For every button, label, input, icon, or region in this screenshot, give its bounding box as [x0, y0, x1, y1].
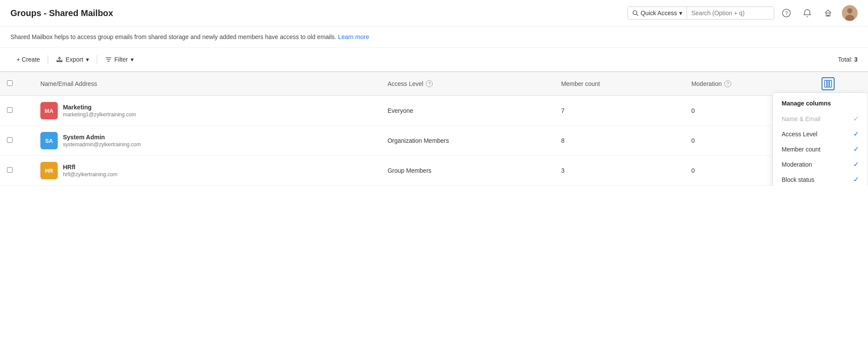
group-email-2: hrfl@zylkertraining.com	[63, 171, 118, 178]
manage-columns-dropdown: Manage columns Name & Email ✓ Access Lev…	[773, 92, 868, 186]
access-level-cell-0: Everyone	[381, 96, 554, 126]
chevron-down-icon: ▾	[679, 10, 682, 16]
table-row[interactable]: SA System Admin systemadmin@zylkertraini…	[0, 126, 868, 156]
avatar[interactable]	[842, 5, 858, 21]
member-count-cell-0: 7	[554, 96, 684, 126]
name-email-header: Name/Email Address	[33, 72, 381, 96]
group-name-2: HRfl	[63, 164, 118, 171]
member-count-header-label: Member count	[561, 80, 600, 87]
filter-label: Filter	[115, 56, 128, 63]
name-cell-wrapper: SA System Admin systemadmin@zylkertraini…	[40, 132, 374, 149]
row-checkbox-2[interactable]	[7, 167, 13, 173]
export-chevron-icon: ▾	[86, 56, 89, 63]
home-button[interactable]	[821, 6, 835, 20]
manage-columns-icon	[824, 80, 832, 88]
row-checkbox-1[interactable]	[7, 137, 13, 143]
row-avatar-1: SA	[40, 132, 58, 149]
quick-access-button[interactable]: Quick Access ▾	[628, 7, 687, 19]
manage-columns-button[interactable]	[822, 77, 835, 90]
dropdown-item-check-2: ✓	[853, 145, 859, 153]
name-cell-0: MA Marketing marketing1@zylkertraining.c…	[33, 96, 381, 126]
dropdown-item-check-4: ✓	[853, 175, 859, 184]
dropdown-item-label-2: Member count	[782, 146, 820, 153]
total-label: Total: 3	[838, 56, 858, 63]
dropdown-item-check-1: ✓	[853, 130, 859, 138]
notifications-button[interactable]	[800, 6, 814, 20]
user-avatar-image	[842, 5, 858, 21]
table-row[interactable]: HR HRfl hrfl@zylkertraining.com Group Me…	[0, 156, 868, 186]
moderation-header-label: Moderation	[691, 80, 722, 87]
dropdown-item-1[interactable]: Access Level ✓	[773, 126, 868, 141]
help-button[interactable]: ?	[779, 6, 793, 20]
row-checkbox-cell	[0, 156, 33, 186]
filter-button[interactable]: Filter ▾	[99, 53, 140, 66]
moderation-info-icon[interactable]: ?	[724, 80, 731, 87]
export-button[interactable]: Export ▾	[50, 53, 95, 66]
svg-rect-10	[56, 61, 62, 62]
svg-rect-12	[827, 80, 829, 87]
dropdown-item-3[interactable]: Moderation ✓	[773, 157, 868, 172]
table-row[interactable]: MA Marketing marketing1@zylkertraining.c…	[0, 96, 868, 126]
home-icon	[824, 9, 832, 17]
access-level-header-label: Access Level	[388, 80, 423, 87]
dropdown-item-label-3: Moderation	[782, 161, 812, 168]
info-text: Shared Mailbox helps to access group ema…	[10, 33, 336, 40]
access-level-info-icon[interactable]: ?	[426, 80, 433, 87]
page-title: Groups - Shared Mailbox	[10, 8, 113, 18]
select-all-checkbox[interactable]	[7, 80, 13, 86]
name-info-2: HRfl hrfl@zylkertraining.com	[63, 164, 118, 178]
row-avatar-2: HR	[40, 162, 58, 179]
export-label: Export	[66, 56, 83, 63]
toolbar-divider-2	[97, 55, 97, 64]
svg-line-1	[636, 14, 638, 16]
header: Groups - Shared Mailbox Quick Access ▾ ?	[0, 0, 868, 26]
create-label: + Create	[16, 56, 40, 63]
name-cell-wrapper: HR HRfl hrfl@zylkertraining.com	[40, 162, 374, 179]
member-count-cell-2: 3	[554, 156, 684, 186]
search-bar: Quick Access ▾	[628, 7, 774, 20]
name-cell-2: HR HRfl hrfl@zylkertraining.com	[33, 156, 381, 186]
search-input[interactable]	[687, 7, 774, 19]
svg-rect-13	[829, 80, 832, 87]
learn-more-link[interactable]: Learn more	[338, 33, 369, 40]
dropdown-items-container: Name & Email ✓ Access Level ✓ Member cou…	[773, 111, 868, 186]
group-name-1: System Admin	[63, 134, 141, 141]
dropdown-title: Manage columns	[773, 98, 868, 111]
dropdown-item-check-3: ✓	[853, 160, 859, 168]
row-checkbox-cell	[0, 126, 33, 156]
group-email-0: marketing1@zylkertraining.com	[63, 112, 136, 118]
access-level-header-wrapper: Access Level ?	[388, 80, 547, 87]
group-name-0: Marketing	[63, 104, 136, 111]
toolbar-divider-1	[48, 55, 48, 64]
table-body: MA Marketing marketing1@zylkertraining.c…	[0, 96, 868, 186]
group-email-1: systemadmin@zylkertraining.com	[63, 141, 141, 148]
table-header-row: Name/Email Address Access Level ? Member…	[0, 72, 868, 96]
info-bar: Shared Mailbox helps to access group ema…	[0, 26, 868, 48]
total-text: Total:	[838, 56, 852, 63]
dropdown-item-check-0: ✓	[853, 115, 859, 123]
filter-icon	[105, 56, 112, 63]
name-info-0: Marketing marketing1@zylkertraining.com	[63, 104, 136, 118]
row-avatar-0: MA	[40, 102, 58, 119]
svg-rect-5	[827, 15, 829, 16]
name-cell-wrapper: MA Marketing marketing1@zylkertraining.c…	[40, 102, 374, 119]
dropdown-item-0[interactable]: Name & Email ✓	[773, 111, 868, 126]
groups-table: Name/Email Address Access Level ? Member…	[0, 72, 868, 186]
bell-icon	[803, 9, 812, 17]
dropdown-item-2[interactable]: Member count ✓	[773, 141, 868, 157]
svg-text:?: ?	[785, 10, 788, 16]
total-count: 3	[854, 56, 858, 63]
access-level-header: Access Level ?	[381, 72, 554, 96]
svg-rect-11	[825, 80, 827, 87]
name-email-header-label: Name/Email Address	[40, 80, 97, 87]
dropdown-item-4[interactable]: Block status ✓	[773, 172, 868, 186]
name-cell-1: SA System Admin systemadmin@zylkertraini…	[33, 126, 381, 156]
member-count-cell-1: 8	[554, 126, 684, 156]
row-checkbox-0[interactable]	[7, 107, 13, 113]
svg-rect-9	[57, 60, 62, 61]
access-level-cell-2: Group Members	[381, 156, 554, 186]
dropdown-item-label-0: Name & Email	[782, 115, 820, 122]
dropdown-item-label-1: Access Level	[782, 131, 817, 138]
quick-access-label: Quick Access	[641, 10, 677, 16]
create-button[interactable]: + Create	[10, 53, 46, 66]
